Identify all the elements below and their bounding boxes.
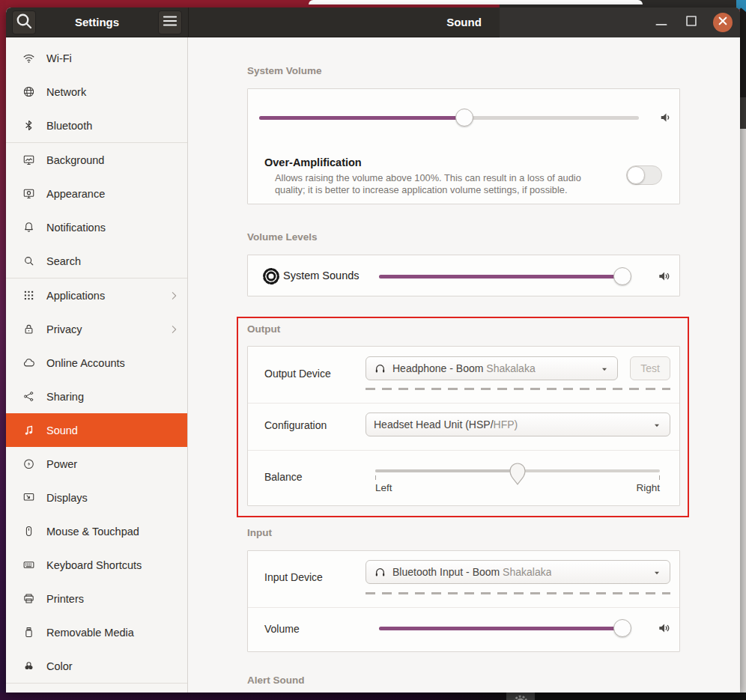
headerbar: Settings Sound xyxy=(6,7,740,37)
slider-knob[interactable] xyxy=(613,267,631,285)
sidebar-item-search[interactable]: Search xyxy=(6,244,187,278)
headphones-icon xyxy=(374,566,386,579)
sidebar-item-removable-media[interactable]: Removable Media xyxy=(6,615,187,649)
input-volume-slider[interactable] xyxy=(379,618,630,638)
slider-fill xyxy=(379,627,622,630)
sidebar-item-background[interactable]: Background xyxy=(6,143,187,177)
headphones-icon xyxy=(374,362,386,375)
maximize-icon xyxy=(682,11,701,34)
wifi-icon xyxy=(22,52,35,64)
sidebar-item-mouse-touchpad[interactable]: Mouse & Touchpad xyxy=(6,514,187,548)
sidebar-item-privacy[interactable]: Privacy xyxy=(6,312,187,346)
dock-app-icon xyxy=(506,693,535,700)
sidebar-item-label: Sharing xyxy=(46,391,84,403)
input-device-dropdown[interactable]: Bluetooth Input - Boom Shakalaka xyxy=(366,560,670,584)
speaker-high-icon xyxy=(657,621,672,636)
speaker-medium-icon xyxy=(658,110,673,125)
app-stream-label: System Sounds xyxy=(283,270,360,281)
slider-track[interactable] xyxy=(379,627,630,630)
sidebar: Wi-Fi Network Bluetooth Background xyxy=(6,37,188,693)
section-title-input: Input xyxy=(247,527,272,538)
music-note-icon xyxy=(22,424,35,436)
appearance-icon xyxy=(22,187,35,200)
maximize-button[interactable] xyxy=(682,13,701,32)
sidebar-item-appearance[interactable]: Appearance xyxy=(6,177,187,210)
sidebar-item-label: Printers xyxy=(46,593,84,605)
chevron-right-icon xyxy=(168,290,180,302)
bluetooth-icon xyxy=(22,119,35,132)
lock-icon xyxy=(22,323,35,335)
background-window-edge xyxy=(309,0,643,4)
sidebar-item-color[interactable]: Color xyxy=(6,649,187,683)
system-volume-slider[interactable] xyxy=(259,108,639,127)
sidebar-item-notifications[interactable]: Notifications xyxy=(6,210,187,244)
gear-icon xyxy=(261,267,281,286)
volume-levels-card: System Sounds xyxy=(247,255,680,296)
row-separator xyxy=(248,403,679,404)
sidebar-item-label: Sound xyxy=(46,424,78,436)
balance-right-mark: Right xyxy=(630,482,660,493)
sidebar-item-printers[interactable]: Printers xyxy=(6,582,187,615)
over-amplification-title: Over-Amplification xyxy=(264,156,362,168)
over-amplification-toggle[interactable] xyxy=(626,165,662,185)
slider-track[interactable] xyxy=(379,275,630,279)
balance-label: Balance xyxy=(264,471,303,483)
chevron-right-icon xyxy=(168,323,180,335)
mouse-icon xyxy=(22,525,35,538)
background-window-right-light xyxy=(740,129,746,693)
cloud-icon xyxy=(22,356,35,369)
printer-icon xyxy=(22,592,35,605)
input-device-value-dim: Shakalaka xyxy=(503,566,551,578)
keyboard-icon xyxy=(22,559,35,571)
dropdown-caret-icon xyxy=(651,419,663,431)
settings-window: Settings Sound Wi-Fi xyxy=(6,7,740,693)
sidebar-item-keyboard-shortcuts[interactable]: Keyboard Shortcuts xyxy=(6,548,187,582)
slider-knob[interactable] xyxy=(455,109,473,127)
sidebar-item-displays[interactable]: Displays xyxy=(6,481,187,514)
sidebar-item-power[interactable]: Power xyxy=(6,447,187,481)
minimize-button[interactable] xyxy=(652,13,671,32)
section-title-system-volume: System Volume xyxy=(247,65,322,76)
slider-knob[interactable] xyxy=(613,619,631,637)
sidebar-item-wi-fi[interactable]: Wi-Fi xyxy=(6,41,187,75)
balance-knob[interactable] xyxy=(509,463,526,485)
menu-button[interactable] xyxy=(158,10,182,34)
desktop: Settings Sound Wi-Fi xyxy=(0,0,746,700)
sidebar-item-label: Wi-Fi xyxy=(46,52,72,64)
close-button[interactable] xyxy=(713,13,733,32)
balance-left-tick xyxy=(375,475,376,480)
output-device-dropdown[interactable]: Headphone - Boom Shakalaka xyxy=(366,356,618,380)
minimize-icon xyxy=(652,11,671,34)
speaker-high-icon xyxy=(657,269,672,284)
balance-right-tick xyxy=(659,475,660,480)
sidebar-item-label: Displays xyxy=(46,492,88,504)
configuration-dropdown[interactable]: Headset Head Unit (HSP/HFP) xyxy=(366,413,670,436)
desktop-bottom-strip xyxy=(0,693,746,700)
section-title-alert-sound: Alert Sound xyxy=(247,675,305,686)
sidebar-item-sound[interactable]: Sound xyxy=(6,413,187,447)
toggle-knob[interactable] xyxy=(627,166,645,184)
sidebar-item-label: Removable Media xyxy=(46,627,134,639)
test-button[interactable]: Test xyxy=(630,356,670,380)
sidebar-item-sharing[interactable]: Sharing xyxy=(6,380,187,413)
input-device-value: Bluetooth Input - Boom xyxy=(392,566,503,578)
sidebar-item-label: Online Accounts xyxy=(46,357,125,369)
sidebar-item-applications[interactable]: Applications xyxy=(6,279,187,312)
sidebar-item-label: Network xyxy=(46,86,86,98)
hamburger-menu-icon xyxy=(159,10,181,35)
sidebar-separator xyxy=(6,683,187,684)
sidebar-item-label: Background xyxy=(46,154,104,166)
sidebar-item-network[interactable]: Network xyxy=(6,75,187,109)
color-circles-icon xyxy=(22,660,35,672)
configuration-value-dim: HFP) xyxy=(494,419,518,430)
output-device-value-dim: Shakalaka xyxy=(486,362,535,374)
sidebar-item-online-accounts[interactable]: Online Accounts xyxy=(6,346,187,380)
balance-fill xyxy=(375,469,518,472)
sidebar-item-label: Mouse & Touchpad xyxy=(46,526,139,538)
app-grid-icon xyxy=(22,289,35,302)
sound-panel: System Volume Over-Amplification Allows … xyxy=(188,37,740,693)
system-sounds-slider[interactable] xyxy=(379,267,630,286)
slider-track[interactable] xyxy=(259,116,639,120)
system-volume-card: Over-Amplification Allows raising the vo… xyxy=(247,88,680,204)
sidebar-item-bluetooth[interactable]: Bluetooth xyxy=(6,109,187,142)
